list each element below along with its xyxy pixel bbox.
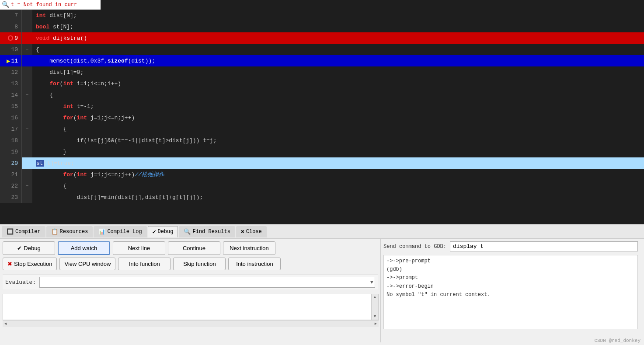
code-line-20: 20st[t]=true; <box>0 157 644 169</box>
gdb-output-line: ->->prompt <box>386 274 635 282</box>
line-content-14: { <box>32 89 644 101</box>
stop-exec-btn[interactable]: ✖Stop Execution <box>3 258 57 270</box>
code-line-22: 22− { <box>0 180 644 192</box>
line-content-23: dist[j]=min(dist[j],dist[t]+g[t][j]); <box>32 192 644 203</box>
line-number-8: 8 <box>0 21 22 32</box>
tabs-row: 🔲Compiler📋Resources📊Compile Log✔Debug🔍Fi… <box>0 225 644 239</box>
code-line-13: 13 for(int i=1;i<=n;i++) <box>0 78 644 89</box>
code-line-23: 23 dist[j]=min(dist[j],dist[t]+g[t][j]); <box>0 192 644 203</box>
fold-marker-17[interactable]: − <box>22 123 32 135</box>
scrollbar-up-arrow[interactable]: ▲ <box>373 294 377 300</box>
error-bar: 🔍 t = Not found in curr <box>0 0 101 10</box>
line-content-7: int dist[N]; <box>32 10 644 21</box>
fold-marker-20 <box>22 157 32 169</box>
code-line-19: 19 } <box>0 146 644 157</box>
error-text: t = Not found in curr <box>11 2 77 8</box>
code-line-7: 7int dist[N]; <box>0 10 644 21</box>
line-content-9: void dijkstra() <box>32 32 644 44</box>
watermark: CSDN @red_donkey <box>594 338 641 343</box>
tab-icon-compile-log: 📊 <box>98 228 105 235</box>
next-instr-btn-label: Next instruction <box>230 245 269 251</box>
into-instr-btn[interactable]: Into instruction <box>228 258 281 270</box>
fold-marker-22[interactable]: − <box>22 180 32 192</box>
fold-marker-16 <box>22 112 32 123</box>
line-number-16: 16 <box>0 112 22 123</box>
into-instr-btn-label: Into instruction <box>236 261 273 267</box>
button-row-1: ✔DebugAdd watchNext lineContinueNext ins… <box>3 241 378 255</box>
gdb-input[interactable] <box>450 241 638 251</box>
gdb-output-line: ->->pre-prompt <box>386 257 635 265</box>
line-content-20: st[t]=true; <box>32 157 644 169</box>
debug-btn[interactable]: ✔Debug <box>3 241 55 255</box>
add-watch-btn[interactable]: Add watch <box>58 241 110 255</box>
tab-icon-find-results: 🔍 <box>184 228 191 235</box>
next-line-btn[interactable]: Next line <box>113 241 165 255</box>
line-number-10: 10 <box>0 44 22 55</box>
line-content-10: { <box>32 44 644 55</box>
h-scrollbar-right-arrow[interactable]: ► <box>373 322 379 326</box>
tab-compile-log[interactable]: 📊Compile Log <box>94 226 146 237</box>
line-content-18: if(!st[j]&&(t==-1||dist[t]>dist[j])) t=j… <box>32 135 644 146</box>
tab-label-close: Close <box>246 229 262 235</box>
gdb-output: ->->pre-prompt(gdb)->->prompt->->error-b… <box>383 255 638 329</box>
editor-area: 🔍 t = Not found in curr 7int dist[N];8bo… <box>0 0 644 224</box>
line-number-7: 7 <box>0 10 22 21</box>
code-line-16: 16 for(int j=1;j<=n;j++) <box>0 112 644 123</box>
line-content-21: for(int j=1;j<=n;j++)//松弛操作 <box>32 169 644 180</box>
code-line-12: 12 dist[1]=0; <box>0 66 644 78</box>
fold-marker-7 <box>22 10 32 21</box>
h-scrollbar-left-arrow[interactable]: ◄ <box>3 322 8 326</box>
continue-btn[interactable]: Continue <box>168 241 220 255</box>
tab-icon-close: ✖ <box>241 228 244 235</box>
fold-marker-15 <box>22 101 32 112</box>
tab-close[interactable]: ✖Close <box>236 226 267 237</box>
code-line-15: 15 int t=-1; <box>0 101 644 112</box>
line-content-13: for(int i=1;i<=n;i++) <box>32 78 644 89</box>
tab-icon-compiler: 🔲 <box>7 228 14 235</box>
line-number-15: 15 <box>0 101 22 112</box>
tab-icon-debug: ✔ <box>153 228 156 235</box>
line-number-11: ▶11 <box>0 55 22 66</box>
code-line-17: 17− { <box>0 123 644 135</box>
tab-find-results[interactable]: 🔍Find Results <box>179 226 235 237</box>
tab-label-find-results: Find Results <box>192 229 230 235</box>
line-number-22: 22 <box>0 180 22 192</box>
stop-exec-btn-label: Stop Execution <box>14 261 52 267</box>
fold-marker-14[interactable]: − <box>22 89 32 101</box>
add-watch-btn-label: Add watch <box>71 245 97 251</box>
tab-debug[interactable]: ✔Debug <box>148 226 178 237</box>
line-number-17: 17 <box>0 123 22 135</box>
cpu-window-btn-label: View CPU window <box>64 261 111 267</box>
into-func-btn-label: Into function <box>129 261 160 267</box>
cpu-window-btn[interactable]: View CPU window <box>59 258 115 270</box>
fold-marker-12 <box>22 66 32 78</box>
evaluate-input[interactable] <box>39 277 375 288</box>
scrollbar-down-arrow[interactable]: ▼ <box>373 314 377 320</box>
debug-btn-icon: ✔ <box>17 245 22 251</box>
fold-marker-21 <box>22 169 32 180</box>
gdb-command-row: Send command to GDB: <box>383 241 638 251</box>
gdb-panel: Send command to GDB: ->->pre-prompt(gdb)… <box>380 239 641 342</box>
tab-compiler[interactable]: 🔲Compiler <box>2 226 45 237</box>
fold-marker-19 <box>22 146 32 157</box>
line-number-19: 19 <box>0 146 22 157</box>
tab-label-resources: Resources <box>60 229 88 235</box>
next-instr-btn[interactable]: Next instruction <box>223 241 275 255</box>
into-func-btn[interactable]: Into function <box>118 258 171 270</box>
tab-label-compiler: Compiler <box>15 229 41 235</box>
evaluate-dropdown-icon[interactable]: ▼ <box>370 279 373 286</box>
line-content-16: for(int j=1;j<=n;j++) <box>32 112 644 123</box>
line-number-12: 12 <box>0 66 22 78</box>
continue-btn-label: Continue <box>183 245 205 251</box>
skip-func-btn[interactable]: Skip function <box>173 258 226 270</box>
line-number-20: 20 <box>0 157 22 169</box>
debug-btn-label: Debug <box>24 245 40 251</box>
tab-icon-resources: 📋 <box>51 228 58 235</box>
fold-marker-10[interactable]: − <box>22 44 32 55</box>
line-content-15: int t=-1; <box>32 101 644 112</box>
tab-label-compile-log: Compile Log <box>107 229 142 235</box>
tab-resources[interactable]: 📋Resources <box>46 226 93 237</box>
line-content-19: } <box>32 146 644 157</box>
skip-func-btn-label: Skip function <box>183 261 216 267</box>
line-number-13: 13 <box>0 78 22 89</box>
